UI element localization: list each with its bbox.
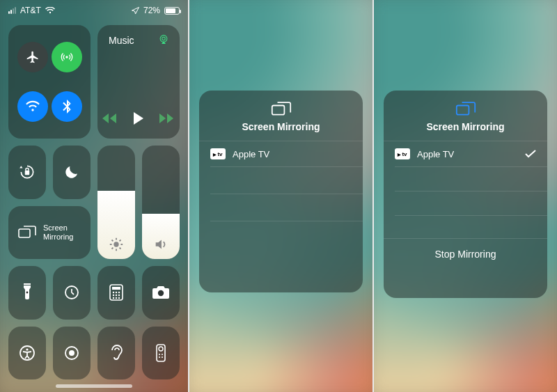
svg-point-28 <box>159 356 160 358</box>
timer-button[interactable] <box>53 266 91 320</box>
svg-point-26 <box>159 354 160 355</box>
bluetooth-toggle[interactable] <box>52 91 82 122</box>
accessibility-button[interactable] <box>8 327 46 380</box>
svg-point-15 <box>118 295 120 296</box>
music-title-label: Music <box>109 35 134 46</box>
apple-tv-badge-icon: ▶tv <box>210 148 226 159</box>
mirroring-panel-active: Screen Mirroring ▶tv Apple TV Stop Mirro… <box>384 91 547 298</box>
checkmark-icon <box>525 150 536 158</box>
svg-rect-30 <box>272 106 284 115</box>
device-label: Apple TV <box>417 149 454 159</box>
svg-point-12 <box>118 292 120 293</box>
music-tile[interactable]: Music <box>97 25 180 139</box>
wifi-toggle[interactable] <box>17 91 48 122</box>
svg-rect-3 <box>25 171 30 175</box>
svg-point-16 <box>113 297 114 299</box>
svg-point-13 <box>113 295 114 296</box>
svg-rect-4 <box>19 229 30 237</box>
screen-mirroring-button[interactable]: Screen Mirroring <box>8 206 91 260</box>
panel-title: Screen Mirroring <box>426 121 504 132</box>
svg-point-11 <box>116 292 117 293</box>
screen-mirroring-icon <box>455 102 476 117</box>
stop-mirroring-button[interactable]: Stop Mirroring <box>384 238 547 269</box>
connectivity-group[interactable] <box>8 25 91 139</box>
svg-rect-9 <box>112 287 120 290</box>
pane-mirroring-active: Screen Mirroring ▶tv Apple TV Stop Mirro… <box>372 0 557 392</box>
device-label: Apple TV <box>233 149 269 159</box>
mirroring-panel: Screen Mirroring ▶tv Apple TV <box>199 91 363 292</box>
svg-point-0 <box>65 56 68 58</box>
carrier-label: AT&T <box>20 6 41 15</box>
screen-mirroring-label: Screen Mirroring <box>43 224 81 242</box>
play-button[interactable] <box>133 112 144 125</box>
triptych: AT&T 72% <box>0 0 557 392</box>
panel-title: Screen Mirroring <box>242 121 320 132</box>
volume-icon <box>142 237 180 252</box>
svg-point-29 <box>162 356 163 358</box>
screen-record-button[interactable] <box>53 327 91 380</box>
svg-point-21 <box>26 348 28 350</box>
camera-button[interactable] <box>142 266 180 320</box>
brightness-icon <box>97 237 135 252</box>
battery-icon <box>164 7 180 15</box>
screen-mirroring-icon <box>18 226 36 240</box>
device-row-apple-tv[interactable]: ▶tv Apple TV <box>199 141 363 166</box>
svg-point-19 <box>158 290 164 296</box>
control-center-grid: Music Screen Mirroring <box>8 25 180 379</box>
calculator-button[interactable] <box>97 266 135 320</box>
svg-point-5 <box>113 242 118 246</box>
cellular-signal-icon <box>8 7 16 14</box>
airplane-toggle[interactable] <box>17 42 48 72</box>
svg-rect-31 <box>456 106 469 115</box>
svg-point-23 <box>69 350 74 356</box>
pane-control-center: AT&T 72% <box>0 0 188 392</box>
battery-pct-label: 72% <box>143 6 160 15</box>
svg-point-6 <box>26 292 29 294</box>
svg-point-25 <box>159 347 163 351</box>
svg-point-2 <box>160 36 167 42</box>
forward-button[interactable] <box>159 113 175 124</box>
wifi-icon <box>45 7 55 14</box>
pane-mirroring-sheet: Screen Mirroring ▶tv Apple TV <box>188 0 372 392</box>
cellular-toggle[interactable] <box>52 42 82 72</box>
flashlight-button[interactable] <box>8 266 46 320</box>
svg-point-17 <box>116 297 117 299</box>
svg-point-18 <box>118 297 120 299</box>
volume-slider[interactable] <box>142 146 180 259</box>
hearing-button[interactable] <box>97 327 135 380</box>
brightness-slider[interactable] <box>97 146 135 259</box>
airplay-audio-icon <box>157 33 170 46</box>
orientation-lock-button[interactable] <box>8 146 46 199</box>
rewind-button[interactable] <box>102 113 118 124</box>
svg-point-10 <box>113 292 114 293</box>
location-icon <box>132 7 139 15</box>
apple-tv-badge-icon: ▶tv <box>395 148 410 159</box>
home-indicator[interactable] <box>56 384 132 388</box>
svg-point-27 <box>162 354 163 355</box>
svg-point-14 <box>116 295 117 296</box>
svg-point-1 <box>162 37 166 40</box>
screen-mirroring-icon <box>271 102 292 117</box>
device-row-apple-tv[interactable]: ▶tv Apple TV <box>384 141 547 166</box>
status-bar: AT&T 72% <box>0 0 188 19</box>
apple-tv-remote-button[interactable] <box>142 327 180 380</box>
do-not-disturb-button[interactable] <box>53 146 91 199</box>
